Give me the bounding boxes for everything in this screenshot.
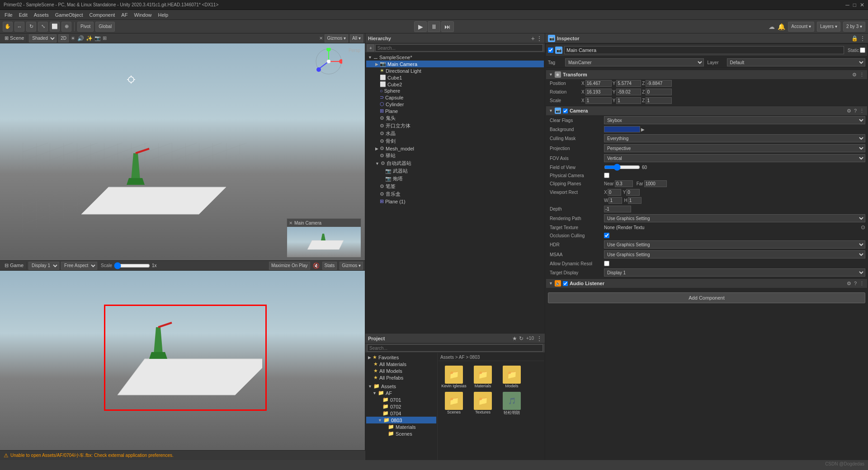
game-gizmos-button[interactable]: Gizmos ▾ [340, 262, 363, 270]
project-search-input[interactable] [367, 344, 543, 352]
hierarchy-item-capsule[interactable]: ▶ ⊃ Capsule [366, 94, 544, 101]
hdr-dropdown[interactable]: Use Graphics Setting [604, 240, 865, 249]
vp-x-input[interactable] [608, 189, 621, 196]
project-file-textures[interactable]: 📁 Textures [469, 391, 496, 417]
camera-preview-close[interactable]: ✕ [289, 221, 292, 226]
hierarchy-item-wuzhan[interactable]: ▶ 📷 武器站 [366, 167, 544, 175]
hierarchy-item-biqian[interactable]: ▶ ⚙ 笔签 [366, 183, 544, 190]
all-button[interactable]: All ▾ [350, 34, 363, 42]
close-btn[interactable]: ✕ [860, 2, 864, 8]
hierarchy-item-yinyue[interactable]: ▶ ⚙ 音乐盒 [366, 190, 544, 198]
hierarchy-item-zidongwuzhan[interactable]: ▼ ⚙ 自动武器站 [366, 160, 544, 167]
vp-y-input[interactable] [626, 189, 640, 196]
project-content[interactable]: ▶ ★ Favorites ★ All Materials ★ All Mode… [365, 353, 545, 460]
position-z[interactable] [646, 80, 672, 87]
hierarchy-item-cube1[interactable]: ▶ ⬜ Cube1 [366, 74, 544, 81]
hierarchy-content[interactable]: ▼ ⚊ SampleScene* ▶ 📷 Main Camera ▶ ☀ Dir… [365, 53, 545, 333]
transform-section-header[interactable]: ▼ ⊕ Transform ⚙ ⋮ [546, 70, 867, 79]
hierarchy-item-plane1[interactable]: ▶ ⊞ Plane (1) [366, 198, 544, 205]
menu-item-file[interactable]: File [2, 11, 15, 19]
near-value[interactable] [615, 180, 633, 187]
rotation-x[interactable] [585, 89, 612, 95]
display-dropdown[interactable]: Display 1 [28, 262, 59, 270]
occlusion-culling-checkbox[interactable] [604, 233, 609, 238]
hierarchy-item-yizhan[interactable]: ▶ ⚙ 驿站 [366, 152, 544, 160]
stats-button[interactable]: Stats [322, 262, 337, 270]
maximize-on-play-button[interactable]: Maximize On Play [269, 262, 310, 270]
camera-overflow-icon[interactable]: ⋮ [859, 108, 864, 114]
menu-item-assets[interactable]: Assets [31, 11, 52, 19]
project-file-scenes[interactable]: 📁 Scenes [440, 391, 467, 417]
project-favorites-header[interactable]: ▶ ★ Favorites [366, 354, 436, 361]
lighting-icon[interactable]: ☀ [71, 35, 75, 42]
collab-icon[interactable]: 🔔 [778, 23, 785, 30]
global-button[interactable]: Global [95, 22, 115, 32]
project-fave-icon[interactable]: ★ [512, 335, 517, 342]
inspector-menu-button[interactable]: ⋮ [860, 35, 865, 42]
2d-button[interactable]: 2D [58, 34, 69, 42]
project-file-materials[interactable]: 📁 Materials [469, 365, 496, 389]
menu-item-gameobject[interactable]: GameObject [52, 11, 86, 19]
target-display-dropdown[interactable]: Display 1 [604, 268, 865, 277]
hierarchy-search-input[interactable] [375, 44, 543, 52]
hierarchy-item-cube2[interactable]: ▶ ⬜ Cube2 [366, 81, 544, 88]
position-x[interactable] [585, 80, 612, 87]
minimize-btn[interactable]: ─ [845, 2, 849, 8]
static-checkbox[interactable] [860, 47, 865, 53]
hierarchy-tab-label[interactable]: Hierarchy [368, 36, 391, 41]
project-favorites-all-prefabs[interactable]: ★ All Prefabs [366, 374, 436, 381]
inspector-tab-label[interactable]: Inspector [557, 36, 580, 41]
move-tool[interactable]: ↔ [14, 22, 24, 32]
menu-item-help[interactable]: Help [156, 11, 171, 19]
rotate-tool[interactable]: ↻ [26, 22, 36, 32]
hierarchy-item-samplescene[interactable]: ▼ ⚊ SampleScene* [366, 54, 544, 61]
project-0803[interactable]: ▼ 📁 0803 [366, 417, 436, 423]
scale-y[interactable] [616, 97, 641, 104]
project-file-models[interactable]: 📁 Models [498, 365, 525, 389]
pivot-button[interactable]: Pivot [77, 22, 94, 32]
depth-value[interactable] [604, 206, 631, 212]
fov-axis-dropdown[interactable]: Vertical [604, 154, 865, 162]
hierarchy-item-sphere[interactable]: ▶ ○ Sphere [366, 88, 544, 94]
pause-button[interactable]: ⏸ [428, 21, 440, 32]
hierarchy-item-directionallight[interactable]: ▶ ☀ Directional Light [366, 67, 544, 74]
hierarchy-create-button[interactable]: + [367, 44, 374, 52]
audio-overflow-icon[interactable]: ⋮ [859, 281, 864, 287]
menu-item-af[interactable]: AF [118, 11, 130, 19]
scale-z[interactable] [646, 97, 672, 104]
gizmos-button[interactable]: Gizmos ▾ [325, 34, 348, 42]
scene-camera-icon[interactable]: 📷 [94, 35, 101, 41]
scene-canvas[interactable]: Persp ✕ Main Camera [0, 43, 365, 260]
hierarchy-item-gongtou[interactable]: ▶ ⚙ 鬼头 [366, 114, 544, 122]
vp-w-input[interactable] [609, 197, 622, 204]
audio-listener-header[interactable]: ▼ 🔊 Audio Listener ⚙ ? ⋮ [546, 278, 867, 288]
project-menu-button[interactable]: ⋮ [537, 335, 542, 342]
scale-tool[interactable]: ⤡ [38, 22, 48, 32]
camera-settings-icon[interactable]: ⚙ [847, 108, 851, 114]
menu-item-component[interactable]: Component [86, 11, 118, 19]
transform-tool[interactable]: ⊕ [61, 22, 71, 32]
hand-tool[interactable]: ✋ [3, 22, 13, 32]
project-assets-header[interactable]: ▼ 📁 Assets [366, 383, 436, 390]
projection-dropdown[interactable]: Perspective [604, 144, 865, 152]
audio-help-icon[interactable]: ? [854, 281, 857, 287]
fov-slider[interactable] [604, 164, 640, 170]
far-value[interactable] [644, 180, 667, 187]
hierarchy-item-mesh-model[interactable]: ▶ ⚙ Mesh_model [366, 145, 544, 152]
project-0704[interactable]: ▶ 📁 0704 [366, 410, 436, 417]
camera-active-checkbox[interactable] [563, 108, 568, 113]
project-0702[interactable]: ▶ 📁 0702 [366, 403, 436, 410]
transform-overflow-icon[interactable]: ⋮ [859, 72, 864, 78]
background-color-expand[interactable]: ▶ [641, 127, 645, 132]
clear-flags-dropdown[interactable]: Skybox [604, 116, 865, 124]
project-refresh-icon[interactable]: ↻ [519, 335, 524, 342]
menu-item-edit[interactable]: Edit [16, 11, 30, 19]
project-scenes[interactable]: ▶ 📁 Scenes [366, 430, 436, 437]
object-active-checkbox[interactable] [548, 47, 553, 53]
project-favorites-all-materials[interactable]: ★ All Materials [366, 361, 436, 367]
menu-item-window[interactable]: Window [131, 11, 154, 19]
hierarchy-add-button[interactable]: + [531, 35, 535, 42]
inspector-lock-button[interactable]: 🔒 [851, 35, 858, 42]
scene-tab[interactable]: ⊞ Scene [2, 34, 27, 42]
camera-section-header[interactable]: ▼ 📷 Camera ⚙ ? ⋮ [546, 106, 867, 115]
